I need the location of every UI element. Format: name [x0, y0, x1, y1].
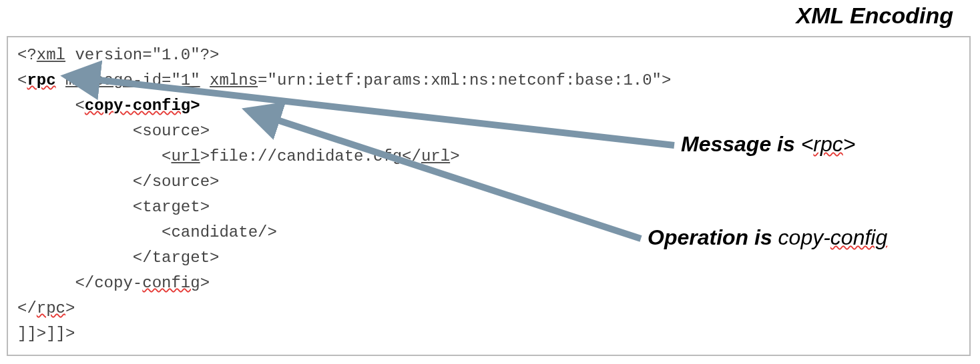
copy-config-tag: copy-config — [85, 97, 190, 115]
annotation-operation: Operation is copy-config — [648, 225, 887, 250]
line-8: <candidate/> — [17, 223, 277, 241]
line-10: </copy-config> — [17, 274, 210, 292]
line-5: <url>file://candidate.cfg</url> — [17, 147, 460, 165]
xml-code-block: <?xml version="1.0"?> <rpc message-id="1… — [17, 43, 671, 347]
diagram-title: XML Encoding — [796, 3, 953, 29]
line-2: <rpc message-id="1" xmlns="urn:ietf:para… — [17, 71, 671, 89]
annotation-message: Message is <rpc> — [681, 132, 855, 157]
line-6: </source> — [17, 173, 219, 191]
line-3: <copy-config> — [17, 97, 200, 115]
rpc-tag: rpc — [27, 71, 55, 89]
line-4: <source> — [17, 122, 210, 140]
line-7: <target> — [17, 198, 210, 216]
line-9: </target> — [17, 249, 219, 267]
line-11: </rpc> — [17, 299, 75, 317]
line-1: <?xml version="1.0"?> — [17, 46, 219, 64]
line-12: ]]>]]> — [17, 325, 75, 343]
